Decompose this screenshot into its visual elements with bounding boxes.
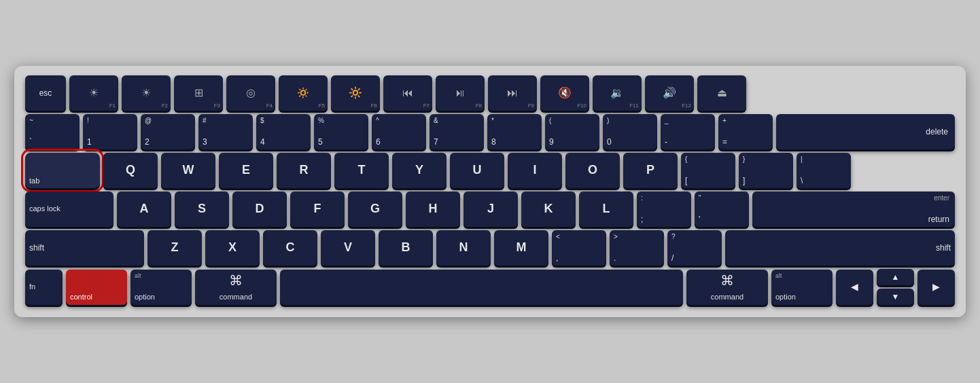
key-k[interactable]: K	[521, 192, 576, 227]
key-l[interactable]: L	[579, 192, 633, 227]
key-spacebar[interactable]	[280, 270, 683, 305]
key-w[interactable]: W	[161, 153, 215, 188]
key-arrow-left[interactable]: ◀	[836, 270, 873, 305]
key-asterisk: *	[491, 117, 494, 125]
key-capslock[interactable]: caps lock	[25, 192, 113, 227]
key-g[interactable]: G	[348, 192, 402, 227]
key-f[interactable]: F	[290, 192, 345, 227]
key-t[interactable]: T	[334, 153, 389, 188]
key-slash[interactable]: ? /	[667, 230, 722, 266]
key-3[interactable]: # 3	[198, 114, 253, 149]
key-dquote: "	[699, 194, 701, 202]
key-y[interactable]: Y	[392, 153, 447, 188]
key-h[interactable]: H	[406, 192, 460, 227]
key-7[interactable]: & 7	[430, 114, 484, 149]
key-fn[interactable]: fn	[25, 270, 63, 305]
key-q[interactable]: Q	[103, 153, 158, 188]
key-0[interactable]: ) 0	[603, 114, 657, 149]
key-1[interactable]: ! 1	[83, 114, 137, 149]
key-quote[interactable]: " '	[695, 192, 749, 227]
key-8[interactable]: * 8	[487, 114, 542, 149]
key-caret: ^	[376, 117, 379, 125]
f3-label: F3	[214, 103, 220, 109]
key-9[interactable]: ( 9	[545, 114, 599, 149]
key-f11[interactable]: 🔉 F11	[593, 75, 642, 111]
key-f4[interactable]: ◎ F4	[226, 75, 275, 111]
key-v[interactable]: V	[321, 230, 375, 266]
key-option-left[interactable]: alt option	[130, 270, 192, 305]
key-minus[interactable]: _ -	[661, 114, 715, 149]
key-u[interactable]: U	[450, 153, 504, 188]
key-6-label: 6	[376, 137, 381, 147]
key-f12[interactable]: 🔊 F12	[645, 75, 694, 111]
key-semicolon[interactable]: : ;	[637, 192, 691, 227]
key-command-right[interactable]: ⌘ command	[686, 270, 768, 305]
key-period[interactable]: > .	[610, 230, 664, 266]
key-f9[interactable]: ⏭ F9	[488, 75, 537, 111]
key-enter[interactable]: enter return	[752, 192, 955, 227]
key-lt: <	[556, 233, 560, 241]
key-comma[interactable]: < ,	[552, 230, 606, 266]
key-2[interactable]: @ 2	[141, 114, 195, 149]
key-arrow-right-label: ▶	[932, 281, 940, 293]
key-f10[interactable]: 🔇 F10	[540, 75, 589, 111]
key-question: ?	[671, 233, 676, 241]
key-f2[interactable]: ☀ F2	[122, 75, 171, 111]
key-shift-right[interactable]: shift	[725, 230, 955, 266]
key-x[interactable]: X	[205, 230, 260, 266]
key-option-left-label: option	[135, 293, 155, 302]
key-f8[interactable]: ⏯ F8	[436, 75, 485, 111]
key-tab[interactable]: tab	[25, 153, 100, 188]
key-percent: %	[318, 117, 324, 125]
key-4[interactable]: $ 4	[256, 114, 311, 149]
key-i[interactable]: I	[508, 153, 562, 188]
key-j[interactable]: J	[463, 192, 518, 227]
key-c[interactable]: C	[263, 230, 317, 266]
key-lcurly: {	[685, 156, 687, 164]
number-row: ~ ` ! 1 @ 2 # 3 $ 4 % 5 ^ 6 & 7	[25, 114, 955, 149]
key-command-left[interactable]: ⌘ command	[195, 270, 277, 305]
key-lbracket[interactable]: { [	[681, 153, 735, 188]
key-equals-label: =	[722, 137, 727, 147]
f9-label: F9	[528, 103, 534, 109]
key-n[interactable]: N	[436, 230, 491, 266]
key-rbracket[interactable]: } ]	[739, 153, 793, 188]
zxcv-row: shift Z X C V B N M < , > . ? / shift	[25, 230, 955, 266]
key-s[interactable]: S	[175, 192, 229, 227]
key-backslash[interactable]: | \	[797, 153, 851, 188]
key-z[interactable]: Z	[147, 230, 202, 266]
f11-icon: 🔉	[610, 86, 624, 99]
key-arrow-right[interactable]: ▶	[917, 270, 955, 305]
f3-icon: ⊞	[194, 86, 203, 99]
key-f7[interactable]: ⏮ F7	[383, 75, 432, 111]
key-6[interactable]: ^ 6	[372, 114, 426, 149]
key-e[interactable]: E	[219, 153, 273, 188]
key-r[interactable]: R	[277, 153, 331, 188]
key-control[interactable]: control	[66, 270, 127, 305]
key-o[interactable]: O	[565, 153, 620, 188]
key-tilde: ~	[29, 117, 33, 125]
key-equals[interactable]: + =	[718, 114, 773, 149]
key-backtick[interactable]: ~ `	[25, 114, 80, 149]
key-arrow-down[interactable]: ▼	[877, 289, 914, 305]
key-f6[interactable]: 🔆 F6	[331, 75, 380, 111]
key-5[interactable]: % 5	[314, 114, 368, 149]
key-f3[interactable]: ⊞ F3	[174, 75, 223, 111]
key-f1[interactable]: ☀ F1	[69, 75, 118, 111]
key-plus: +	[722, 117, 727, 125]
f4-label: F4	[266, 103, 273, 109]
key-b[interactable]: B	[379, 230, 433, 266]
key-option-right[interactable]: alt option	[771, 270, 833, 305]
key-m[interactable]: M	[494, 230, 548, 266]
key-d[interactable]: D	[232, 192, 287, 227]
qwerty-row: tab Q W E R T Y U I O P { [ } ] | \	[25, 153, 955, 188]
key-eject[interactable]: ⏏	[697, 75, 746, 111]
key-a[interactable]: A	[117, 192, 171, 227]
key-arrow-up[interactable]: ▲	[877, 269, 914, 285]
key-hash: #	[203, 117, 207, 125]
key-esc[interactable]: esc	[25, 75, 66, 111]
key-delete[interactable]: delete	[776, 114, 955, 149]
key-shift-left[interactable]: shift	[25, 230, 144, 266]
key-p[interactable]: P	[623, 153, 678, 188]
key-f5[interactable]: 🔅 F5	[279, 75, 328, 111]
